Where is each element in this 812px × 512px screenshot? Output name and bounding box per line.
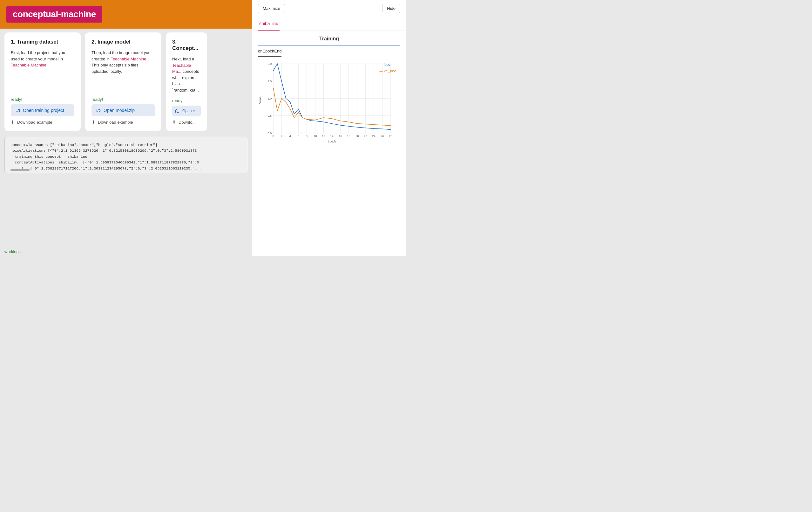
shiba-inu-tab[interactable]: shiba_inu [258,17,280,30]
maximize-button[interactable]: Maximize [258,4,285,13]
folder-icon-1: 🗂 [15,107,20,113]
svg-text:0: 0 [272,135,274,138]
svg-text:10: 10 [314,135,317,138]
working-status: working... [4,249,22,254]
card-3-desc: Next, load a Teachable Ma... concepts wh… [172,56,201,93]
download-example-button-2[interactable]: ⬇ Download example [91,119,155,125]
svg-text:24: 24 [372,135,375,138]
open-model-zip-button[interactable]: 🗂 Open model.zip [91,104,155,116]
teachable-machine-link-2[interactable]: Teachable Machine [111,57,146,61]
svg-text:Value: Value [259,96,262,104]
training-section-title: Training [258,36,400,46]
card-concept: 3. Concept... Next, load a Teachable Ma.… [166,32,207,131]
svg-text:14: 14 [330,135,333,138]
horizontal-scrollbar[interactable] [10,169,30,171]
right-panel-header: Maximize Hide [252,0,406,17]
svg-text:22: 22 [364,135,367,138]
card-training-dataset: 1. Training dataset First, load the proj… [4,32,81,131]
header-banner: conceptual-machine [0,0,253,29]
svg-text:12: 12 [322,135,325,138]
svg-text:1.0: 1.0 [267,97,271,100]
chart-svg: .grid-line { stroke: #ddd; stroke-width:… [258,60,398,143]
code-line-2: noiseActivations [{"0":2.149136543273926… [10,148,242,154]
chart-legend: — loss — val_loss [379,62,397,74]
folder-icon-2: 🗂 [96,107,101,113]
folder-icon-3: 🗂 [175,108,180,114]
on-epoch-end-tab[interactable]: onEpochEnd [258,46,282,57]
svg-text:28: 28 [389,135,392,138]
code-line-5: ...{...{"0":1.708223717117206,"1":1.3033… [10,166,242,171]
download-example-button-1[interactable]: ⬇ Download example [11,119,74,125]
loss-line [273,63,390,129]
code-line-3: training this concept: shiba_inu [10,154,242,160]
hide-button[interactable]: Hide [382,4,400,13]
code-line-1: conceptClassNames ["shiba_inu","boxer","… [10,142,242,148]
card-2-title: 2. Image model [91,39,155,45]
svg-text:26: 26 [381,135,384,138]
card-2-ready: ready! [91,97,155,102]
card-3-title: 3. Concept... [172,39,201,52]
svg-text:8: 8 [306,135,308,138]
svg-text:0.5: 0.5 [267,114,271,117]
val-loss-line [273,88,390,126]
svg-text:6: 6 [298,135,299,138]
svg-text:18: 18 [347,135,350,138]
loss-chart: — loss — val_loss .grid-line { stroke: #… [258,60,398,143]
download-example-button-3[interactable]: ⬇ Downlo... [172,119,201,125]
card-1-desc: First, load the project that you used to… [11,50,74,92]
download-icon-2: ⬇ [91,119,95,125]
cards-area: 1. Training dataset First, load the proj… [0,29,253,135]
card-3-ready: ready! [172,98,201,103]
card-1-ready: ready! [11,97,74,102]
open-training-project-button[interactable]: 🗂 Open training project [11,104,74,116]
code-line-4: conceptActivations shiba_inu [{"0":1.595… [10,160,242,165]
legend-val-loss: — val_loss [379,68,397,74]
svg-text:0.0: 0.0 [267,132,271,135]
header-title-box: conceptual-machine [6,6,102,23]
card-2-desc: Then, load the image model you created i… [91,50,155,92]
tab-bar: shiba_inu [252,17,406,31]
card-image-model: 2. Image model Then, load the image mode… [85,32,162,131]
right-panel: Maximize Hide shiba_inu Training onEpoch… [252,0,406,256]
download-icon-3: ⬇ [172,119,176,125]
legend-loss: — loss [379,62,397,68]
card-1-title: 1. Training dataset [11,39,74,45]
svg-text:2: 2 [281,135,283,138]
chart-section: Training onEpochEnd — loss — val_loss .g… [252,31,406,256]
svg-text:1.5: 1.5 [267,80,271,83]
teachable-machine-link-1[interactable]: Teachable Machine [11,63,47,68]
svg-text:16: 16 [339,135,342,138]
open-concept-button[interactable]: 🗂 Open c... [172,106,201,116]
app-title: conceptual-machine [13,9,96,19]
left-panel: conceptual-machine 1. Training dataset F… [0,0,253,256]
code-terminal: conceptClassNames ["shiba_inu","boxer","… [4,137,248,173]
svg-text:Epoch: Epoch [327,140,336,143]
download-icon-1: ⬇ [11,119,14,125]
svg-text:4: 4 [289,135,291,138]
svg-text:20: 20 [355,135,359,138]
svg-text:2.0: 2.0 [267,62,271,65]
